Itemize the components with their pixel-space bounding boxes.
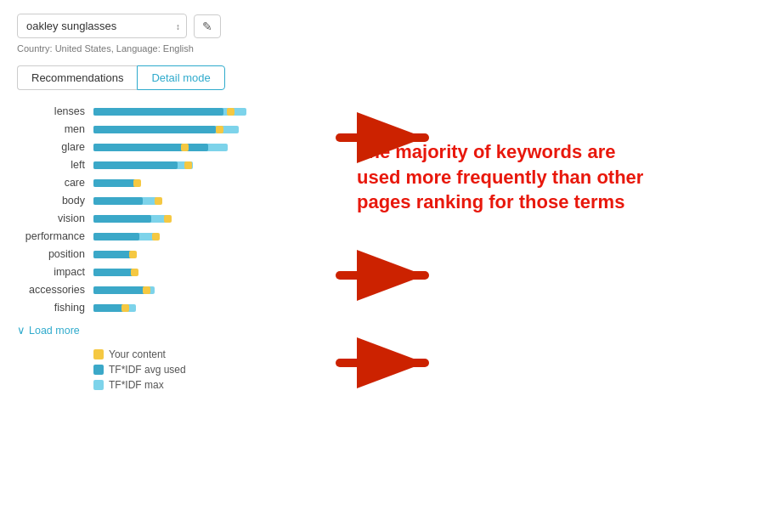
search-select-wrapper: oakley sunglasses ↕ [17,14,187,38]
bar-your [181,144,189,151]
bar-your [131,269,138,276]
keyword-label: glare [17,141,85,153]
legend-label: TF*IDF max [109,379,164,391]
keyword-label: position [17,248,85,260]
legend-label: Your content [109,348,166,360]
bar-your [152,233,160,241]
keyword-label: care [17,177,85,189]
search-row: oakley sunglasses ↕ ✎ [17,14,757,38]
legend-item: TF*IDF avg used [93,364,340,376]
edit-icon: ✎ [202,20,212,33]
keyword-bars [93,197,246,205]
keyword-label: left [17,159,85,171]
tab-detail-mode[interactable]: Detail mode [137,65,224,90]
legend-label: TF*IDF avg used [109,364,186,376]
keyword-bars [93,286,246,294]
keyword-bars [93,179,246,187]
keyword-label: impact [17,266,85,278]
bar-avg [93,126,216,133]
tab-recommendations[interactable]: Recommendations [17,65,137,90]
search-select[interactable]: oakley sunglasses [17,14,187,38]
annotation-area: The majority of keywords are used more f… [357,105,757,394]
keyword-bars [93,215,246,223]
keyword-row: glare [17,141,340,153]
mode-tabs: Recommendations Detail mode [17,65,757,90]
keyword-row: vision [17,212,340,224]
keywords-section: lensesmenglareleftcarebodyvisionperforma… [17,105,340,394]
bar-avg [93,215,151,223]
load-more-button[interactable]: ∨ Load more [17,324,340,337]
load-more-label: Load more [29,325,80,337]
keyword-row: left [17,159,340,171]
keyword-row: performance [17,230,340,242]
keyword-row: lenses [17,105,340,117]
bar-your [216,126,223,133]
bar-avg [93,286,145,294]
bar-your [143,286,150,294]
bar-avg [93,144,208,151]
bar-your [121,304,129,312]
keyword-label: men [17,123,85,135]
legend-item: Your content [93,348,340,360]
bar-avg [93,233,139,241]
keyword-bars [93,144,246,151]
keyword-row: accessories [17,284,340,296]
bar-avg [93,108,223,116]
keyword-label: fishing [17,302,85,314]
main-content: lensesmenglareleftcarebodyvisionperforma… [17,105,757,394]
keyword-label: performance [17,230,85,242]
keywords-list: lensesmenglareleftcarebodyvisionperforma… [17,105,340,314]
bar-your [133,179,141,187]
legend: Your contentTF*IDF avg usedTF*IDF max [93,348,340,391]
keyword-label: lenses [17,105,85,117]
bar-your [129,251,137,258]
load-more-icon: ∨ [17,324,25,337]
bar-your [227,108,234,116]
bar-your [164,215,172,223]
keyword-row: fishing [17,302,340,314]
bar-your [184,161,192,169]
keyword-bars [93,233,246,241]
legend-color [93,365,104,375]
bar-avg [93,161,178,169]
edit-button[interactable]: ✎ [194,14,221,38]
keyword-row: position [17,248,340,260]
bar-avg [93,251,132,258]
keyword-bars [93,269,246,276]
keyword-row: impact [17,266,340,278]
keyword-label: vision [17,212,85,224]
bar-avg [93,197,143,205]
keyword-bars [93,251,246,258]
keyword-label: body [17,195,85,207]
keyword-row: care [17,177,340,189]
keyword-bars [93,304,246,312]
bar-avg [93,304,124,312]
locale-info: Country: United States, Language: Englis… [17,43,757,54]
legend-item: TF*IDF max [93,379,340,391]
keyword-bars [93,126,246,133]
bar-your [155,197,162,205]
keyword-row: men [17,123,340,135]
legend-color [93,349,104,359]
legend-color [93,380,104,390]
bar-avg [93,269,133,276]
annotation-text: The majority of keywords are used more f… [357,139,646,215]
keyword-bars [93,161,246,169]
keyword-row: body [17,195,340,207]
keyword-bars [93,108,246,116]
keyword-label: accessories [17,284,85,296]
bar-avg [93,179,136,187]
